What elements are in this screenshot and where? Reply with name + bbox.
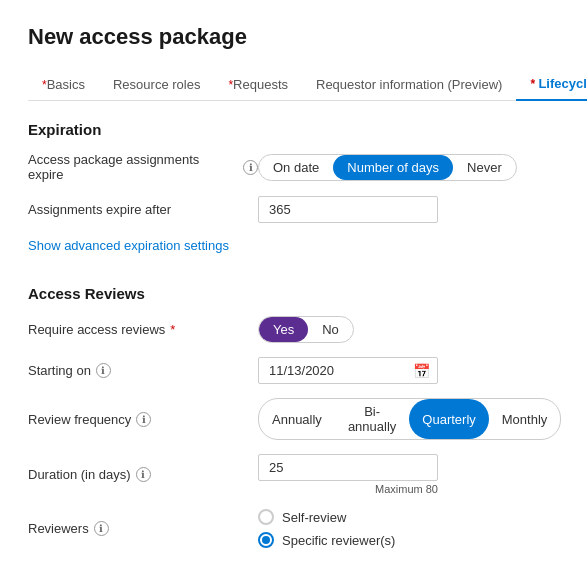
- require-no-button[interactable]: No: [308, 317, 353, 342]
- expire-after-input[interactable]: [258, 196, 438, 223]
- duration-info-icon[interactable]: ℹ: [136, 467, 151, 482]
- require-reviews-row: Require access reviews * Yes No: [28, 316, 559, 343]
- tab-basics[interactable]: *Basics: [28, 69, 99, 100]
- duration-input[interactable]: [258, 454, 438, 481]
- starting-on-row: Starting on ℹ 📅: [28, 357, 559, 384]
- require-reviews-toggle: Yes No: [258, 316, 559, 343]
- starting-on-info-icon[interactable]: ℹ: [96, 363, 111, 378]
- expire-on-date-button[interactable]: On date: [259, 155, 333, 180]
- reviewers-row: Reviewers ℹ Self-review Specific reviewe…: [28, 509, 559, 548]
- review-frequency-row: Review frequency ℹ Annually Bi-annually …: [28, 398, 559, 440]
- self-review-option[interactable]: Self-review: [258, 509, 559, 525]
- page-container: New access package *Basics Resource role…: [0, 0, 587, 564]
- expire-after-input-wrap: [258, 196, 559, 223]
- expire-toggle-group: On date Number of days Never: [258, 154, 559, 181]
- tab-requests[interactable]: *Requests: [214, 69, 302, 100]
- reviewers-options-wrap: Self-review Specific reviewer(s): [258, 509, 559, 548]
- assignments-expire-row: Access package assignments expire ℹ On d…: [28, 152, 559, 182]
- date-picker-wrap: 📅: [258, 357, 438, 384]
- freq-annually-button[interactable]: Annually: [259, 399, 335, 439]
- require-options-group: Yes No: [258, 316, 354, 343]
- assignments-expire-label: Access package assignments expire ℹ: [28, 152, 258, 182]
- page-title: New access package: [28, 24, 559, 50]
- tab-resource-roles[interactable]: Resource roles: [99, 69, 214, 100]
- starting-on-label: Starting on ℹ: [28, 363, 258, 378]
- assignments-expire-info-icon[interactable]: ℹ: [243, 160, 258, 175]
- duration-label: Duration (in days) ℹ: [28, 467, 258, 482]
- expire-after-label: Assignments expire after: [28, 202, 258, 217]
- freq-biannually-button[interactable]: Bi-annually: [335, 399, 409, 439]
- frequency-group: Annually Bi-annually Quarterly Monthly: [258, 398, 561, 440]
- tab-bar: *Basics Resource roles *Requests Request…: [28, 68, 559, 101]
- reviewers-info-icon[interactable]: ℹ: [94, 521, 109, 536]
- specific-reviewer-radio[interactable]: [258, 532, 274, 548]
- reviewer-radio-group: Self-review Specific reviewer(s): [258, 509, 559, 548]
- duration-row: Duration (in days) ℹ Maximum 80: [28, 454, 559, 495]
- frequency-options-wrap: Annually Bi-annually Quarterly Monthly: [258, 398, 561, 440]
- duration-input-wrap: Maximum 80: [258, 454, 559, 495]
- starting-on-input-wrap: 📅: [258, 357, 559, 384]
- expire-never-button[interactable]: Never: [453, 155, 516, 180]
- expire-number-of-days-button[interactable]: Number of days: [333, 155, 453, 180]
- self-review-radio[interactable]: [258, 509, 274, 525]
- tab-lifecycle[interactable]: * Lifecycle: [516, 68, 587, 101]
- expiration-section-title: Expiration: [28, 121, 559, 138]
- require-reviews-label: Require access reviews *: [28, 322, 258, 337]
- freq-monthly-button[interactable]: Monthly: [489, 399, 561, 439]
- freq-quarterly-button[interactable]: Quarterly: [409, 399, 488, 439]
- reviewers-label: Reviewers ℹ: [28, 521, 258, 536]
- require-yes-button[interactable]: Yes: [259, 317, 308, 342]
- expire-after-row: Assignments expire after: [28, 196, 559, 223]
- duration-max-hint: Maximum 80: [258, 483, 438, 495]
- tab-requestor-info[interactable]: Requestor information (Preview): [302, 69, 516, 100]
- expire-options-group: On date Number of days Never: [258, 154, 517, 181]
- access-reviews-section-title: Access Reviews: [28, 285, 559, 302]
- starting-on-input[interactable]: [258, 357, 438, 384]
- review-frequency-info-icon[interactable]: ℹ: [136, 412, 151, 427]
- specific-reviewer-option[interactable]: Specific reviewer(s): [258, 532, 559, 548]
- show-advanced-link[interactable]: Show advanced expiration settings: [28, 238, 229, 253]
- review-frequency-label: Review frequency ℹ: [28, 412, 258, 427]
